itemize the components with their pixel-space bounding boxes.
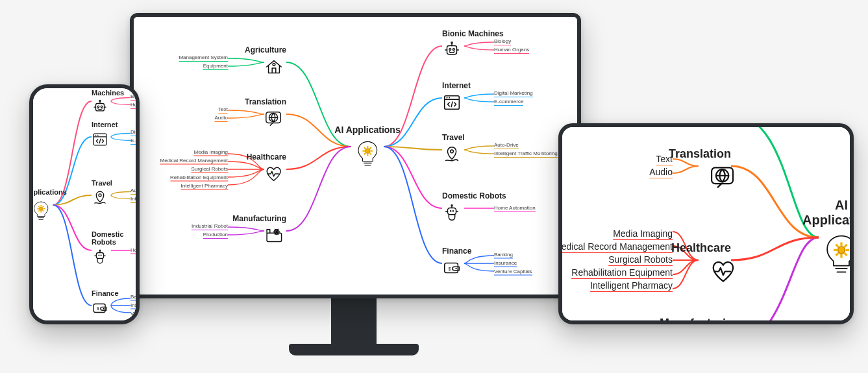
svg-text:$: $ xyxy=(448,266,451,272)
leaf-node[interactable]: Auto-Drive xyxy=(494,142,519,149)
branch-title: Finance xyxy=(92,289,119,297)
robot-icon xyxy=(442,41,464,63)
branch-leaves: Auto-DriveIntelligent Traffic Monitoring xyxy=(494,142,558,158)
smartphone: AI Applications Bionic Machines BiologyH… xyxy=(29,84,140,324)
branch-leaves: BiologyHuman Organs xyxy=(130,93,136,109)
svg-text:$: $ xyxy=(97,306,99,311)
mindmap-canvas-tablet[interactable]: AI Applications Translation TextAudio He… xyxy=(562,127,850,320)
leaf-node[interactable]: Media Imaging xyxy=(194,149,228,156)
leaf-node[interactable]: Home Automation xyxy=(494,205,536,212)
branch-title: Internet xyxy=(442,81,471,90)
branch-internet[interactable]: Internet xyxy=(442,81,471,115)
branch-leaves: BankingInsuranceVenture Capitals xyxy=(130,294,136,318)
tablet-landscape: AI Applications Translation TextAudio He… xyxy=(558,123,854,324)
leaf-node[interactable]: Industrial Robot xyxy=(192,223,228,230)
leaf-node[interactable]: Intelligent Traffic Monitoring xyxy=(494,150,558,158)
branch-travel[interactable]: Travel xyxy=(442,133,465,167)
desktop-base xyxy=(289,344,419,355)
lightbulb-gear-icon xyxy=(334,139,400,169)
leaf-node[interactable]: Banking xyxy=(130,294,136,301)
svg-point-74 xyxy=(838,247,845,254)
svg-rect-3 xyxy=(367,146,368,149)
branch-leaves: Industrial RobotProduction xyxy=(192,223,228,239)
branch-manufacturing[interactable]: Manufacturing xyxy=(660,317,740,320)
leaf-node[interactable]: Media Imaging xyxy=(613,228,673,240)
home-robot-icon xyxy=(442,203,464,225)
svg-rect-81 xyxy=(834,249,837,251)
branch-leaves: Home Automation xyxy=(130,247,136,254)
robot-icon xyxy=(92,99,114,121)
branch-agriculture[interactable]: Agriculture xyxy=(245,45,286,79)
leaf-node[interactable]: Biology xyxy=(130,93,136,101)
mindmap-center-node[interactable]: AI Applications xyxy=(33,188,67,222)
branch-internet[interactable]: Internet xyxy=(92,121,118,153)
leaf-node[interactable]: Auto-Drive xyxy=(130,187,136,195)
branch-leaves: Media ImagingMedical Record ManagementSu… xyxy=(562,228,673,292)
leaf-node[interactable]: Digital Marketing xyxy=(130,129,136,136)
svg-point-54 xyxy=(97,106,99,107)
leaf-node[interactable]: Human Organs xyxy=(130,102,136,109)
svg-point-37 xyxy=(453,210,454,211)
leaf-node[interactable]: Audio xyxy=(215,115,228,122)
leaf-node[interactable]: Management System xyxy=(179,54,228,62)
leaf-node[interactable]: Venture Capitals xyxy=(494,269,532,276)
mindmap-title: AI Applications xyxy=(802,198,850,228)
branch-title: Finance xyxy=(442,247,471,256)
leaf-node[interactable]: Medical Record Management xyxy=(160,158,229,165)
branch-domestic-robots[interactable]: Domestic Robots xyxy=(92,230,136,271)
branch-finance[interactable]: Finance $ xyxy=(442,247,471,280)
mindmap-canvas-desktop[interactable]: AI Applications Agriculture Management S… xyxy=(134,17,577,295)
leaf-node[interactable]: Surgical Robots xyxy=(608,254,673,266)
branch-healthcare[interactable]: Healthcare xyxy=(671,241,731,280)
svg-rect-65 xyxy=(96,253,103,259)
leaf-node[interactable]: Medical Record Management xyxy=(562,241,673,253)
leaf-node[interactable]: Intelligent Pharmacy xyxy=(181,183,228,190)
branch-translation[interactable]: Translation xyxy=(669,147,731,186)
leaf-node[interactable]: Human Organs xyxy=(494,47,529,54)
route-pin-icon xyxy=(442,145,464,167)
branch-leaves: TextAudio xyxy=(649,154,673,178)
svg-point-67 xyxy=(101,255,102,256)
leaf-node[interactable]: Production xyxy=(203,232,228,239)
mindmap-center-node[interactable]: AI Applications xyxy=(334,125,400,169)
leaf-node[interactable]: Text xyxy=(656,154,673,165)
leaf-node[interactable]: Intelligent Traffic Monitoring xyxy=(130,196,136,203)
leaf-node[interactable]: Rehabilitation Equipment xyxy=(571,267,673,279)
leaf-node[interactable]: Digital Marketing xyxy=(494,90,533,97)
leaf-node[interactable]: Biology xyxy=(494,38,511,45)
branch-translation[interactable]: Translation xyxy=(245,97,286,131)
branch-travel[interactable]: Travel xyxy=(92,179,114,211)
mindmap-center-node[interactable]: AI Applications xyxy=(802,198,850,277)
branch-bionic-machines[interactable]: Bionic Machines xyxy=(92,88,136,121)
leaf-node[interactable]: Intelligent Pharmacy xyxy=(590,280,673,292)
leaf-node[interactable]: Venture Capitals xyxy=(130,311,136,318)
leaf-node[interactable]: Insurance xyxy=(494,260,517,267)
leaf-node[interactable]: Audio xyxy=(649,167,673,178)
branch-healthcare[interactable]: Healthcare xyxy=(247,152,286,186)
mindmap-canvas-phone[interactable]: AI Applications Bionic Machines BiologyH… xyxy=(33,88,136,320)
factory-gear-icon xyxy=(264,226,286,248)
leaf-node[interactable]: E-commerce xyxy=(494,99,523,106)
leaf-node[interactable]: Equipment xyxy=(203,63,228,70)
leaf-node[interactable]: Insurance xyxy=(130,302,136,309)
branch-title: Agriculture xyxy=(245,45,286,54)
leaf-node[interactable]: Text xyxy=(218,106,228,114)
svg-rect-49 xyxy=(40,211,42,213)
svg-rect-9 xyxy=(362,150,365,152)
svg-rect-14 xyxy=(267,233,282,241)
leaf-node[interactable]: Home Automation xyxy=(130,247,136,254)
leaf-node[interactable]: E-commerce xyxy=(130,138,136,145)
svg-point-32 xyxy=(447,97,448,99)
leaf-node[interactable]: Rehabilitation Equipment xyxy=(170,174,228,182)
leaf-node[interactable]: Surgical Robots xyxy=(192,166,228,173)
branch-finance[interactable]: Finance $ xyxy=(92,289,119,320)
svg-rect-35 xyxy=(447,208,456,215)
heart-pulse-icon xyxy=(264,164,286,186)
leaf-node[interactable]: Banking xyxy=(494,252,513,259)
branch-manufacturing[interactable]: Manufacturing xyxy=(232,214,286,248)
globe-speech-icon xyxy=(709,163,731,186)
branch-leaves: Digital MarketingE-commerce xyxy=(494,90,533,106)
branch-title: Travel xyxy=(442,133,465,142)
lightbulb-gear-icon xyxy=(802,232,850,277)
svg-rect-75 xyxy=(840,242,842,245)
